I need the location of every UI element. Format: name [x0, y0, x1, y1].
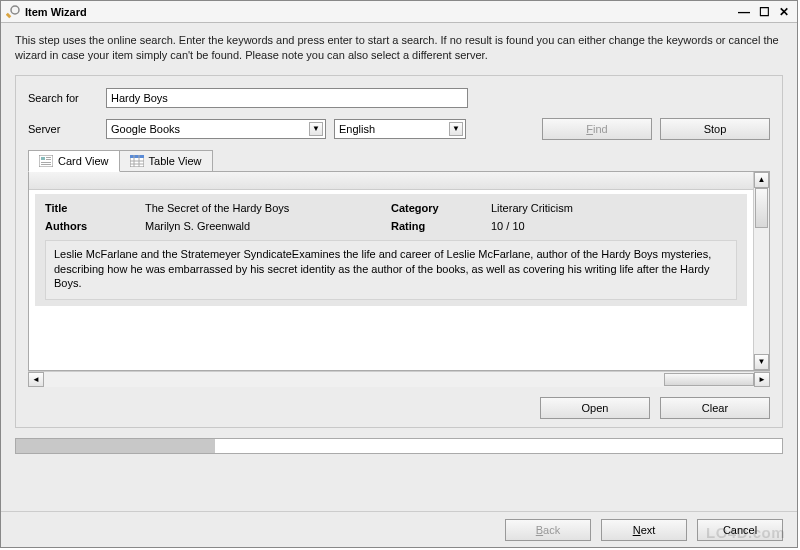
result-card[interactable]: Title The Secret of the Hardy Boys Categ… [35, 194, 747, 306]
authors-value: Marilyn S. Greenwald [145, 220, 391, 232]
scroll-right-icon[interactable]: ► [754, 372, 770, 387]
scroll-up-icon[interactable]: ▲ [754, 172, 769, 188]
scroll-track[interactable] [44, 372, 754, 387]
wizard-description: This step uses the online search. Enter … [1, 23, 797, 69]
maximize-button[interactable]: ☐ [755, 4, 773, 20]
progress-bar [15, 438, 783, 454]
back-button: Back [505, 519, 591, 541]
minimize-button[interactable]: — [735, 4, 753, 20]
search-row: Search for [28, 88, 770, 108]
server-label: Server [28, 123, 98, 135]
item-wizard-window: Item Wizard — ☐ ✕ This step uses the onl… [0, 0, 798, 548]
svg-rect-9 [130, 155, 144, 158]
svg-rect-3 [41, 157, 45, 160]
chevron-down-icon: ▼ [309, 122, 323, 136]
scroll-thumb[interactable] [755, 188, 768, 228]
scroll-track[interactable] [754, 188, 769, 354]
table-view-icon [130, 155, 144, 167]
language-value: English [339, 123, 375, 135]
search-panel: Search for Server Google Books ▼ English… [15, 75, 783, 428]
stop-button[interactable]: Stop [660, 118, 770, 140]
open-button[interactable]: Open [540, 397, 650, 419]
horizontal-scrollbar[interactable]: ◄ ► [28, 371, 770, 387]
rating-label: Rating [391, 220, 491, 232]
category-label: Category [391, 202, 491, 214]
title-value: The Secret of the Hardy Boys [145, 202, 391, 214]
server-row: Server Google Books ▼ English ▼ Find Sto… [28, 118, 770, 140]
svg-rect-4 [46, 157, 51, 158]
svg-point-1 [11, 6, 19, 14]
result-description: Leslie McFarlane and the Stratemeyer Syn… [45, 240, 737, 300]
result-actions: Open Clear [28, 397, 770, 419]
window-controls: — ☐ ✕ [735, 4, 793, 20]
tab-label: Card View [58, 155, 109, 167]
cancel-button[interactable]: Cancel [697, 519, 783, 541]
app-icon [5, 4, 21, 20]
tab-card-view[interactable]: Card View [28, 150, 120, 172]
svg-rect-5 [46, 159, 51, 160]
authors-label: Authors [45, 220, 145, 232]
progress-fill [16, 439, 215, 453]
language-select[interactable]: English ▼ [334, 119, 466, 139]
server-value: Google Books [111, 123, 180, 135]
find-button: Find [542, 118, 652, 140]
scroll-thumb[interactable] [664, 373, 754, 386]
next-button[interactable]: Next [601, 519, 687, 541]
rating-value: 10 / 10 [491, 220, 737, 232]
svg-rect-2 [39, 155, 53, 167]
vertical-scrollbar[interactable]: ▲ ▼ [753, 172, 769, 370]
window-title: Item Wizard [25, 6, 735, 18]
category-value: Literary Criticism [491, 202, 737, 214]
results-area: Title The Secret of the Hardy Boys Categ… [28, 171, 770, 371]
titlebar: Item Wizard — ☐ ✕ [1, 1, 797, 23]
results-content: Title The Secret of the Hardy Boys Categ… [29, 172, 753, 370]
tab-table-view[interactable]: Table View [119, 150, 213, 172]
title-label: Title [45, 202, 145, 214]
svg-rect-0 [6, 12, 11, 18]
scroll-left-icon[interactable]: ◄ [28, 372, 44, 387]
results-header [29, 172, 753, 190]
server-select[interactable]: Google Books ▼ [106, 119, 326, 139]
scroll-down-icon[interactable]: ▼ [754, 354, 769, 370]
search-label: Search for [28, 92, 98, 104]
card-fields: Title The Secret of the Hardy Boys Categ… [45, 202, 737, 232]
chevron-down-icon: ▼ [449, 122, 463, 136]
search-input[interactable] [106, 88, 468, 108]
tab-label: Table View [149, 155, 202, 167]
svg-rect-7 [41, 164, 51, 165]
card-view-icon [39, 155, 53, 167]
clear-button[interactable]: Clear [660, 397, 770, 419]
close-button[interactable]: ✕ [775, 4, 793, 20]
wizard-footer: Back Next Cancel [1, 511, 797, 547]
svg-rect-6 [41, 162, 51, 163]
tabs: Card View Table View [28, 150, 770, 172]
